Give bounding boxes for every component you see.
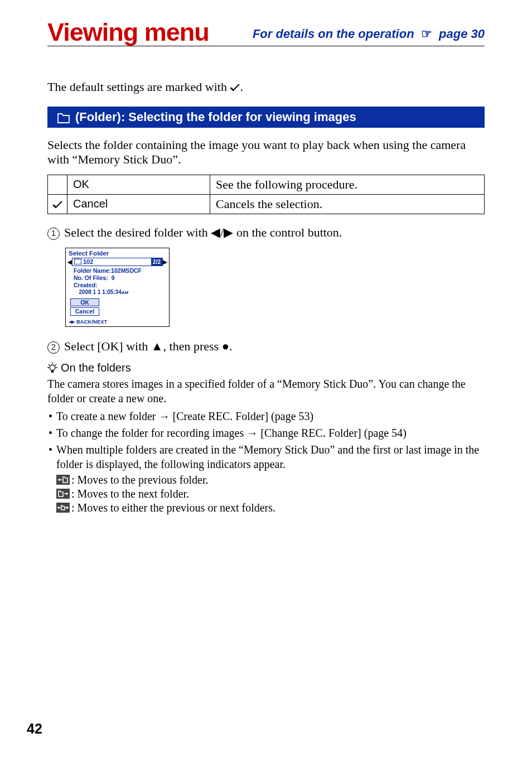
- svg-line-2: [49, 364, 50, 365]
- lcd-page-indicator: 2/2: [151, 258, 162, 266]
- lcd-ok-button: OK: [70, 298, 99, 307]
- bullet-0-post: [Create REC. Folder] (page 53): [170, 410, 314, 422]
- options-table: OK See the following procedure. Cancel C…: [47, 175, 485, 214]
- intro-before: The default settings are marked with: [47, 80, 230, 94]
- page: Viewing menu For details on the operatio…: [0, 0, 532, 757]
- bullet-0-pre: To create a new folder: [56, 410, 159, 422]
- svg-line-3: [55, 364, 56, 365]
- step-2-after: .: [229, 339, 233, 353]
- section-description: Selects the folder containing the image …: [47, 138, 485, 167]
- lcd-files-label: No. Of Files:: [74, 274, 108, 281]
- bullet-1-pre: To change the folder for recording image…: [56, 427, 246, 439]
- lcd-foldername-value: 102MSDCF: [111, 267, 142, 274]
- intro-after: .: [240, 80, 243, 94]
- arrow-right-icon: →: [246, 427, 258, 439]
- indicator-prev-text: : Moves to the previous folder.: [71, 474, 209, 486]
- lcd-folder-num: 102: [83, 258, 93, 265]
- option-check-cell: [48, 194, 67, 214]
- lcd-created-ampm: AM: [122, 290, 128, 295]
- indicator-next-text: : Moves to the next folder.: [71, 488, 189, 500]
- next-folder-icon: [56, 489, 70, 499]
- mini-folder-icon: [74, 259, 81, 264]
- table-row: Cancel Cancels the selection.: [48, 194, 485, 214]
- list-item: To create a new folder → [Create REC. Fo…: [47, 409, 485, 423]
- svg-rect-6: [51, 370, 54, 373]
- arrow-right-icon: →: [159, 410, 170, 422]
- option-label: OK: [67, 175, 210, 194]
- svg-point-0: [50, 365, 55, 370]
- lcd-folder-box: 102 2/2: [72, 258, 163, 266]
- lcd-folder-left: 102: [72, 258, 151, 265]
- header-right-pageref: page 30: [439, 27, 485, 41]
- check-default-icon: [230, 83, 240, 91]
- lcd-arrow-left-icon: ◀: [67, 259, 72, 265]
- header-cross-ref: For details on the operation ☞ page 30: [253, 27, 485, 45]
- list-item: To change the folder for recording image…: [47, 426, 485, 440]
- tip-heading: On the folders: [47, 361, 485, 374]
- step-1: 1 Select the desired folder with ◀/▶ on …: [47, 225, 485, 240]
- prev-next-folder-icon: [56, 503, 70, 513]
- lcd-footer-arrows-icon: ◂▸: [69, 319, 75, 325]
- indicator-prev: : Moves to the previous folder.: [56, 474, 485, 486]
- bullet-1-post: [Change REC. Folder] (page 54): [258, 427, 407, 439]
- lcd-screenshot: Select Folder ◀ 102 2/2 ▶ Folder Name:10…: [65, 248, 170, 327]
- table-row: OK See the following procedure.: [48, 175, 485, 194]
- prev-folder-icon: [56, 475, 70, 485]
- lcd-footer-text: BACK/NEXT: [76, 319, 107, 325]
- step-number-1-icon: 1: [47, 228, 60, 240]
- filled-circle-icon: ●: [222, 339, 229, 353]
- tip-heading-text: On the folders: [61, 361, 131, 374]
- triangle-right-icon: ▶: [224, 225, 233, 239]
- section-heading-bar: (Folder): Selecting the folder for viewi…: [47, 107, 485, 128]
- lcd-files-value: 9: [112, 274, 115, 281]
- page-title: Viewing menu: [47, 20, 209, 45]
- tip-body: The camera stores images in a specified …: [47, 377, 485, 406]
- lightbulb-icon: [47, 362, 57, 373]
- option-desc: See the following procedure.: [210, 175, 485, 194]
- header-right-prefix: For details on the operation: [253, 27, 414, 41]
- lcd-created-value-line: 2008 1 1 1:05:34AM: [74, 289, 163, 296]
- triangle-up-icon: ▲: [151, 339, 163, 353]
- check-default-icon: [52, 200, 62, 209]
- step-number-2-icon: 2: [47, 341, 60, 354]
- lcd-info-block: Folder Name:102MSDCF No. Of Files: 9 Cre…: [66, 267, 169, 297]
- lcd-created-label: Created:: [74, 282, 163, 289]
- pointing-hand-icon: ☞: [418, 27, 436, 41]
- lcd-buttons: OK Cancel: [66, 297, 169, 319]
- step-1-after: on the control button.: [233, 225, 342, 239]
- step-2-text: Select [OK] with ▲, then press ●.: [64, 339, 232, 354]
- lcd-created-value: 2008 1 1 1:05:34: [79, 289, 122, 295]
- lcd-foldername-label: Folder Name:: [74, 267, 111, 274]
- step-2-before: Select [OK] with: [64, 339, 151, 353]
- lcd-arrow-right-icon: ▶: [163, 259, 167, 265]
- indicator-next: : Moves to the next folder.: [56, 488, 485, 500]
- lcd-cancel-button: Cancel: [70, 307, 99, 316]
- step-1-text: Select the desired folder with ◀/▶ on th…: [64, 225, 342, 240]
- page-header: Viewing menu For details on the operatio…: [47, 20, 485, 46]
- lcd-title: Select Folder: [66, 248, 169, 258]
- step-2-mid: , then press: [163, 339, 222, 353]
- triangle-left-icon: ◀: [211, 225, 220, 239]
- lcd-folder-row: ◀ 102 2/2 ▶: [66, 258, 169, 267]
- indicator-both-text: : Moves to either the previous or next f…: [71, 502, 275, 514]
- step-1-before: Select the desired folder with: [64, 225, 211, 239]
- intro-paragraph: The default settings are marked with .: [47, 79, 485, 95]
- option-desc: Cancels the selection.: [210, 194, 485, 214]
- option-check-cell: [48, 175, 67, 194]
- folder-icon: [57, 112, 70, 122]
- indicator-both: : Moves to either the previous or next f…: [56, 502, 485, 514]
- lcd-footer: ◂▸ BACK/NEXT: [66, 319, 169, 326]
- page-number: 42: [27, 721, 42, 737]
- tip-bullets: To create a new folder → [Create REC. Fo…: [47, 409, 485, 471]
- step-2: 2 Select [OK] with ▲, then press ●.: [47, 339, 485, 354]
- section-title: (Folder): Selecting the folder for viewi…: [75, 110, 356, 124]
- option-label: Cancel: [67, 194, 210, 214]
- list-item: When multiple folders are created in the…: [47, 442, 485, 471]
